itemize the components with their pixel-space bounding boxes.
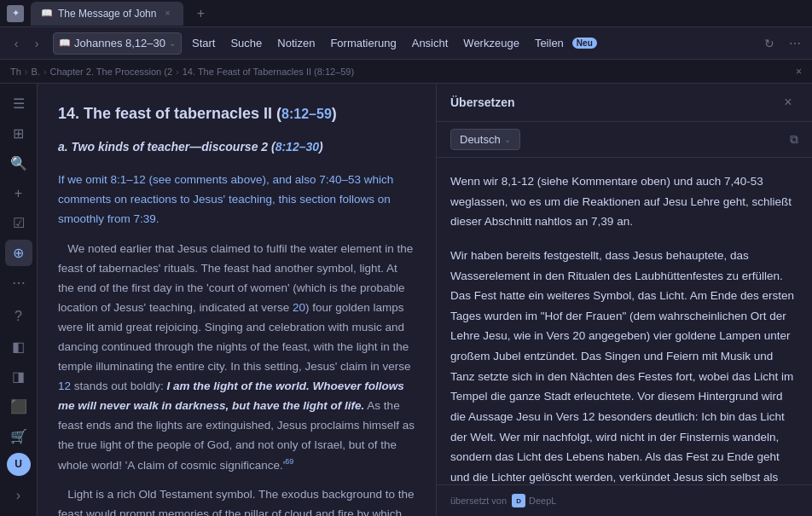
sidebar-icon-check[interactable]: ☑ [5,210,32,236]
para1-ref1[interactable]: 8:1–12 [111,173,146,186]
para1-ref2[interactable]: comments [175,173,228,186]
section-ref-link[interactable]: 8:12–30 [276,140,319,154]
active-tab[interactable]: 📖 The Message of John × [31,2,183,26]
breadcrumb-sep3: › [176,67,179,77]
sidebar-icon-panel2[interactable]: ◨ [5,363,32,390]
sidebar-icon-add[interactable]: + [5,180,32,206]
breadcrumb: Th › B. › Chapter 2. The Procession (2 ›… [0,60,812,84]
paragraph-3: Light is a rich Old Testament symbol. Th… [58,485,415,516]
tab-icon: 📖 [41,8,53,19]
new-tab-button[interactable]: + [190,3,211,24]
para1-text2: (see [146,173,175,186]
para2-text3: stands out boldly: [71,380,167,392]
translation-para-2: Wir haben bereits festgestellt, dass Jes… [450,246,798,484]
sidebar-icon-menu[interactable]: ☰ [5,90,32,117]
chapter-title: 14. The feast of tabernacles II (8:12–59… [58,101,415,127]
sidebar-icon-grid[interactable]: ⊞ [5,120,32,147]
main-content: ☰ ⊞ 🔍 + ☑ ⊕ ⋯ ? ◧ ◨ ⬛ 🛒 U › 14. The feas… [0,84,812,516]
book-chevron-icon: ⌄ [169,38,176,48]
paragraph-2: We noted earlier that Jesus claimed to f… [58,240,415,475]
app-icon: ✦ [7,5,24,22]
panel-body: Wenn wir 8,1-12 (siehe Kommentare oben) … [437,158,812,484]
menu-start[interactable]: Start [185,33,222,53]
para1-ref3[interactable]: 7:40–53 [319,173,361,186]
para2-footnote: 69 [285,457,293,466]
toolbar-menu: Start Suche Notizen Formatierung Ansicht… [185,33,756,53]
panel-title: Übersetzen [450,96,778,109]
breadcrumb-section[interactable]: 14. The Feast of Tabernacles II (8:12–59… [183,67,354,77]
sidebar-icon-panel3[interactable]: ⬛ [5,393,32,420]
language-chevron-icon: ⌄ [504,135,511,144]
new-badge: Neu [572,38,597,49]
breadcrumb-close-button[interactable]: × [796,66,802,78]
toolbar-nav: ‹ › [7,34,46,53]
back-button[interactable]: ‹ [7,34,26,53]
breadcrumb-th[interactable]: Th [10,67,21,77]
panel-footer: übersetzt von D DeepL [437,484,812,516]
menu-ansicht[interactable]: Ansicht [405,33,455,53]
language-selector[interactable]: Deutsch ⌄ [450,129,520,150]
menu-werkzeuge[interactable]: Werkzeuge [456,33,526,53]
forward-button[interactable]: › [27,34,46,53]
chapter-ref-link[interactable]: 8:12–59 [281,107,332,121]
book-icon: 📖 [59,38,71,49]
toolbar-right: ↻ ⋯ [759,33,805,54]
deepl-logo: D DeepL [512,494,556,507]
panel-close-button[interactable]: × [778,92,798,113]
sidebar-icon-panel1[interactable]: ◧ [5,333,32,360]
tab-close-button[interactable]: × [161,8,173,20]
breadcrumb-sep2: › [44,67,47,77]
paragraph-1: If we omit 8:1–12 (see comments above), … [58,171,415,229]
more-button[interactable]: ⋯ [785,33,805,54]
sidebar-icon-chevron[interactable]: › [5,483,32,509]
sidebar-icon-active[interactable]: ⊕ [5,240,32,266]
para1-text1: If we omit [58,173,111,186]
translation-panel: Übersetzen × Deutsch ⌄ ⧉ Wenn wir 8,1-12… [437,84,812,516]
book-reference-selector[interactable]: 📖 Johannes 8,12–30 ⌄ [53,32,182,55]
sidebar-icon-search[interactable]: 🔍 [5,150,32,177]
translation-para-1: Wenn wir 8,1-12 (siehe Kommentare oben) … [450,171,798,232]
toolbar: ‹ › 📖 Johannes 8,12–30 ⌄ Start Suche Not… [0,27,812,60]
sidebar-icon-cart[interactable]: 🛒 [5,423,32,449]
deepl-brand: DeepL [529,496,556,506]
breadcrumb-chapter[interactable]: Chapter 2. The Procession (2 [50,67,172,77]
chapter-title-end: ) [332,105,337,122]
tab-label: The Message of John [58,8,156,20]
para3-text1: Light is a rich Old Testament symbol. Th… [58,488,414,516]
reading-area: 14. The feast of tabernacles II (8:12–59… [38,84,437,516]
sidebar-icon-more[interactable]: ⋯ [5,270,32,296]
sync-button[interactable]: ↻ [759,33,780,54]
book-ref-label: Johannes 8,12–30 [74,37,165,49]
breadcrumb-b[interactable]: B. [32,67,40,77]
section-title-text: a. Two kinds of teacher—discourse 2 ( [58,140,276,154]
chapter-title-text: 14. The feast of tabernacles II ( [58,105,281,122]
footer-prefix: übersetzt von [450,496,507,506]
para1-text3: above), and also [228,173,319,186]
menu-suche[interactable]: Suche [223,33,269,53]
avatar[interactable]: U [7,453,31,476]
menu-formatierung[interactable]: Formatierung [323,33,403,53]
breadcrumb-sep1: › [25,67,28,77]
para2-ref1[interactable]: 20 [293,301,305,314]
sidebar-icon-help[interactable]: ? [5,303,32,329]
menu-teilen[interactable]: Teilen [528,33,571,53]
section-title-end: ) [319,140,323,154]
deepl-icon: D [512,494,525,507]
panel-toolbar: Deutsch ⌄ ⧉ [437,122,812,158]
title-bar-left: ✦ 📖 The Message of John × + [7,2,211,26]
para2-ref2[interactable]: 12 [58,380,71,392]
language-label: Deutsch [460,133,501,146]
copy-button[interactable]: ⧉ [790,132,798,147]
menu-notizen[interactable]: Notizen [270,33,322,53]
title-bar: ✦ 📖 The Message of John × + [0,0,812,27]
section-title: a. Two kinds of teacher—discourse 2 (8:1… [58,137,415,158]
sidebar: ☰ ⊞ 🔍 + ☑ ⊕ ⋯ ? ◧ ◨ ⬛ 🛒 U › [0,84,38,516]
panel-header: Übersetzen × [437,84,812,122]
